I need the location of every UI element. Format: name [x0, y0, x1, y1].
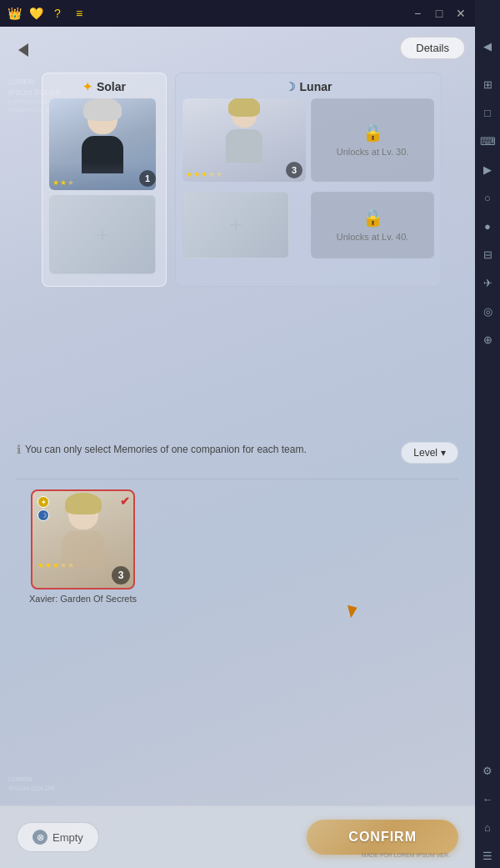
sidebar-icon-play[interactable]: ▶	[478, 159, 498, 179]
legal-text: MADE FOR LOREM IPSUM VER.	[362, 852, 450, 858]
add-lunar-icon: +	[229, 212, 242, 238]
divider	[17, 479, 458, 479]
details-button[interactable]: Details	[400, 37, 465, 59]
back-button[interactable]	[10, 37, 37, 63]
sidebar-icon-home[interactable]: ⌂	[478, 817, 498, 837]
lunar-title: Lunar	[300, 80, 332, 93]
lunar-star-4: ★	[208, 170, 215, 178]
main-content: LOREM IPSUM DOLOR Lorem ipsum dolor sit …	[0, 27, 475, 868]
solar-card-2[interactable]: +	[49, 195, 159, 274]
memory-type-icons: ✦ ☽	[38, 496, 49, 521]
sidebar-icon-keyboard[interactable]: ⌨	[478, 131, 498, 151]
lock-text-2: Unlocks at Lv. 40.	[337, 231, 409, 243]
lunar-header: ☽ Lunar	[182, 80, 434, 93]
memory-badge: 3	[112, 566, 130, 585]
solar-card-1[interactable]: ★ ★ ★ 1	[49, 98, 159, 190]
solar-card-badge: 1	[139, 170, 156, 187]
menu-icon[interactable]: ≡	[72, 6, 87, 21]
sidebar-icon-plane[interactable]: ✈	[478, 273, 498, 293]
selected-checkmark: ✔	[120, 494, 130, 508]
star-3: ★	[68, 178, 74, 187]
solar-card-stars: ★ ★ ★	[52, 178, 74, 187]
memory-icon-moon: ☽	[38, 509, 49, 521]
lunar-card-2[interactable]: +	[182, 192, 306, 258]
gem-icon[interactable]: 💛	[28, 6, 43, 21]
memory-icon-sun: ✦	[38, 496, 49, 508]
solar-empty-card: +	[49, 195, 156, 274]
solar-body	[82, 136, 123, 173]
lunar-head	[232, 101, 257, 128]
sidebar-icon-minus[interactable]: ⊟	[478, 244, 498, 264]
mem-star-2: ★	[45, 561, 52, 569]
info-icon: ℹ	[17, 443, 21, 456]
sidebar-icon-settings[interactable]: ⚙	[478, 760, 498, 780]
lunar-locked-card-2: 🔒 Unlocks at Lv. 40.	[311, 192, 434, 258]
right-sidebar: ◀ ⊞ □ ⌨ ▶ ○ ● ⊟ ✈ ◎ ⊕ ⚙ ← ⌂ ☰	[475, 0, 500, 868]
lunar-star-1: ★	[186, 170, 192, 178]
memory-card-container: ✔ ✦ ☽ ★ ★ ★ ★ ★ 3 Xav	[29, 489, 137, 604]
memory-hair	[65, 493, 102, 514]
sidebar-icon-layers[interactable]: ⊕	[478, 329, 498, 349]
back-arrow-icon	[18, 43, 28, 57]
sidebar-icon-back[interactable]: ←	[478, 789, 498, 809]
star-1: ★	[52, 178, 59, 187]
bg-decoration-bottom: LOREM IPSUM DOLOR	[8, 775, 55, 793]
solar-head	[88, 103, 118, 134]
memory-head	[68, 498, 98, 529]
memory-card-1[interactable]: ✔ ✦ ☽ ★ ★ ★ ★ ★ 3	[31, 489, 135, 590]
sun-icon: ✦	[82, 80, 92, 93]
empty-label: Empty	[52, 831, 83, 844]
lunar-panel: ☽ Lunar ★ ★	[175, 73, 442, 287]
lunar-card-1[interactable]: ★ ★ ★ ★ ★ 3	[182, 98, 306, 182]
sidebar-icon-window[interactable]: □	[478, 103, 498, 123]
lunar-body	[226, 129, 262, 163]
memory-card-label: Xavier: Garden Of Secrets	[29, 594, 137, 604]
lunar-card-badge: 3	[286, 162, 302, 178]
level-arrow-icon: ▾	[441, 447, 446, 459]
lunar-star-2: ★	[193, 170, 200, 178]
level-dropdown[interactable]: Level ▾	[401, 442, 458, 464]
lunar-star-3: ★	[201, 170, 208, 178]
lock-text-1: Unlocks at Lv. 30.	[337, 146, 409, 158]
help-icon[interactable]: ?	[50, 6, 65, 21]
star-2: ★	[60, 178, 67, 187]
info-bar: ℹ You can only select Memories of one co…	[17, 442, 458, 464]
empty-icon: ⊗	[32, 830, 48, 845]
add-card-icon: +	[96, 222, 109, 248]
solar-header: ✦ Solar	[49, 80, 159, 93]
title-bar: 👑 💛 ? ≡ − □ ✕	[0, 0, 475, 27]
mem-star-3: ★	[52, 561, 59, 569]
lunar-locked-card-1: 🔒 Unlocks at Lv. 30.	[311, 98, 434, 182]
solar-panel: ✦ Solar ★ ★ ★	[42, 73, 167, 287]
minimize-button[interactable]: −	[410, 6, 425, 21]
level-label: Level	[413, 447, 438, 459]
lunar-star-5: ★	[216, 170, 222, 178]
sidebar-icon-target[interactable]: ◎	[478, 301, 498, 321]
solar-hair	[83, 98, 122, 121]
memory-stars: ★ ★ ★ ★ ★	[38, 561, 74, 569]
confirm-button[interactable]: CONFIRM	[307, 820, 458, 855]
empty-button[interactable]: ⊗ Empty	[17, 822, 99, 852]
moon-icon: ☽	[285, 80, 296, 93]
close-button[interactable]: ✕	[453, 6, 468, 21]
mem-star-4: ★	[60, 561, 67, 569]
lunar-figure	[219, 101, 269, 168]
mem-star-1: ★	[38, 561, 44, 569]
sidebar-icon-menu[interactable]: ☰	[478, 845, 498, 865]
solar-figure	[73, 103, 132, 178]
crown-icon[interactable]: 👑	[7, 6, 22, 21]
lunar-empty-card: +	[182, 192, 289, 258]
restore-button[interactable]: □	[432, 6, 447, 21]
lunar-grid: ★ ★ ★ ★ ★ 3 🔒 Unlocks at Lv. 30.	[182, 98, 434, 263]
sidebar-expand-icon[interactable]: ◀	[478, 36, 498, 56]
lunar-hair	[228, 98, 260, 117]
sidebar-icon-grid[interactable]: ⊞	[478, 74, 498, 94]
solar-title: Solar	[97, 80, 126, 93]
bottom-bar: ⊗ Empty CONFIRM	[0, 805, 475, 868]
info-row: ℹ You can only select Memories of one co…	[17, 442, 307, 457]
cards-container: ✦ Solar ★ ★ ★	[42, 73, 442, 287]
lock-icon-2: 🔒	[362, 208, 383, 228]
sidebar-icon-circle[interactable]: ○	[478, 188, 498, 208]
sidebar-icon-dot[interactable]: ●	[478, 216, 498, 236]
cursor	[344, 605, 357, 620]
